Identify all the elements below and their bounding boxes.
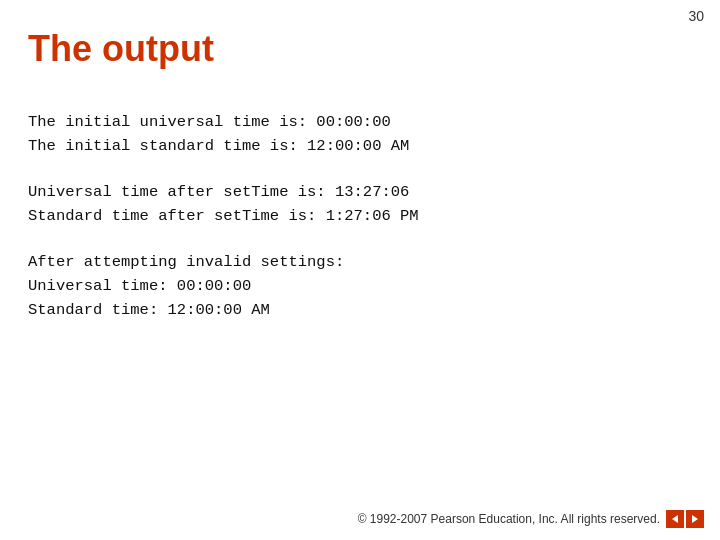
page-number: 30: [688, 8, 704, 24]
svg-marker-1: [692, 515, 698, 523]
next-button[interactable]: [686, 510, 704, 528]
footer-text: © 1992-2007 Pearson Education, Inc. All …: [358, 512, 660, 526]
slide-title: The output: [28, 28, 214, 70]
code-group-0: The initial universal time is: 00:00:00T…: [28, 110, 692, 158]
code-line: Standard time: 12:00:00 AM: [28, 298, 692, 322]
code-line: Standard time after setTime is: 1:27:06 …: [28, 204, 692, 228]
code-group-1: Universal time after setTime is: 13:27:0…: [28, 180, 692, 228]
code-group-2: After attempting invalid settings:Univer…: [28, 250, 692, 322]
code-line: Universal time: 00:00:00: [28, 274, 692, 298]
svg-marker-0: [672, 515, 678, 523]
code-line: The initial universal time is: 00:00:00: [28, 110, 692, 134]
code-line: Universal time after setTime is: 13:27:0…: [28, 180, 692, 204]
code-line: The initial standard time is: 12:00:00 A…: [28, 134, 692, 158]
code-line: After attempting invalid settings:: [28, 250, 692, 274]
prev-button[interactable]: [666, 510, 684, 528]
footer-nav[interactable]: [666, 510, 704, 528]
content-area: The initial universal time is: 00:00:00T…: [28, 110, 692, 344]
footer: © 1992-2007 Pearson Education, Inc. All …: [358, 510, 704, 528]
